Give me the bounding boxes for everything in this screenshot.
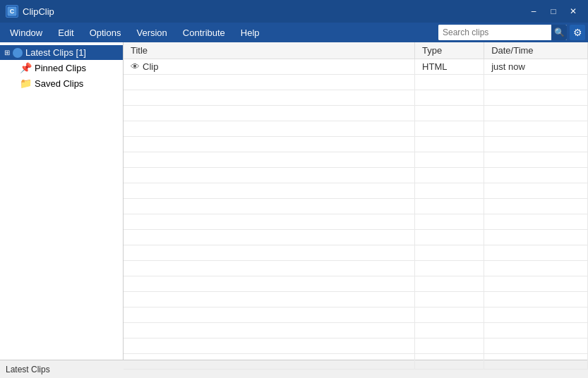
sidebar-item-saved-clips[interactable]: 📁 Saved Clips <box>0 75 123 91</box>
title-bar-controls: – □ ✕ <box>524 4 582 18</box>
table-row[interactable] <box>124 323 588 339</box>
cell-title <box>124 339 415 354</box>
table-row[interactable] <box>124 183 588 199</box>
title-bar-left: C ClipClip <box>6 5 54 18</box>
col-header-type[interactable]: Type <box>415 42 484 59</box>
settings-button[interactable]: ⚙ <box>570 25 585 40</box>
clips-table: Title Type Date/Time 👁ClipHTMLjust now <box>124 42 588 370</box>
maximize-button[interactable]: □ <box>544 4 563 18</box>
app-title: ClipClip <box>23 6 54 17</box>
menu-edit[interactable]: Edit <box>51 25 80 41</box>
title-bar: C ClipClip – □ ✕ <box>0 0 588 23</box>
table-row[interactable] <box>124 168 588 183</box>
cell-title <box>124 106 415 121</box>
table-row[interactable] <box>124 199 588 214</box>
cell-type <box>415 261 484 276</box>
table-row[interactable] <box>124 90 588 106</box>
cell-datetime <box>484 152 588 168</box>
cell-type <box>415 323 484 339</box>
col-header-datetime[interactable]: Date/Time <box>484 42 588 59</box>
cell-datetime <box>484 106 588 121</box>
latest-clips-icon <box>13 48 23 58</box>
search-input[interactable] <box>438 25 551 40</box>
table-row[interactable] <box>124 261 588 276</box>
col-header-title[interactable]: Title <box>124 42 415 59</box>
table-row[interactable] <box>124 75 588 90</box>
cell-type <box>415 152 484 168</box>
svg-text:C: C <box>10 8 15 15</box>
cell-datetime <box>484 230 588 245</box>
menu-bar-right: 🔍 ⚙ <box>438 25 585 40</box>
cell-title <box>124 276 415 292</box>
cell-title <box>124 168 415 183</box>
cell-type <box>415 339 484 354</box>
table-row[interactable]: 👁ClipHTMLjust now <box>124 59 588 75</box>
table-row[interactable] <box>124 214 588 230</box>
cell-datetime: just now <box>484 59 588 75</box>
cell-datetime <box>484 323 588 339</box>
cell-title: 👁Clip <box>124 59 415 75</box>
cell-datetime <box>484 214 588 230</box>
cell-title <box>124 307 415 323</box>
latest-clips-label: Latest Clips [1] <box>25 47 86 58</box>
cell-title <box>124 183 415 199</box>
cell-datetime <box>484 90 588 106</box>
cell-type <box>415 168 484 183</box>
cell-title <box>124 230 415 245</box>
pinned-clips-label: Pinned Clips <box>35 63 86 73</box>
cell-title <box>124 90 415 106</box>
table-row[interactable] <box>124 121 588 137</box>
menu-bar: Window Edit Options Version Contribute H… <box>0 23 588 42</box>
minimize-button[interactable]: – <box>524 4 543 18</box>
menu-window[interactable]: Window <box>3 25 49 41</box>
cell-datetime <box>484 354 588 370</box>
cell-title <box>124 292 415 307</box>
sidebar: ⊞ Latest Clips [1] 📌 Pinned Clips 📁 Save… <box>0 42 124 360</box>
menu-help[interactable]: Help <box>234 25 267 41</box>
sidebar-item-latest-clips[interactable]: ⊞ Latest Clips [1] <box>0 45 123 60</box>
table-row[interactable] <box>124 292 588 307</box>
cell-type <box>415 276 484 292</box>
menu-options[interactable]: Options <box>83 25 128 41</box>
cell-datetime <box>484 261 588 276</box>
cell-type <box>415 183 484 199</box>
cell-type <box>415 214 484 230</box>
cell-title <box>124 354 415 370</box>
sidebar-item-pinned-clips[interactable]: 📌 Pinned Clips <box>0 60 123 75</box>
close-button[interactable]: ✕ <box>564 4 582 18</box>
table-row[interactable] <box>124 230 588 245</box>
cell-datetime <box>484 292 588 307</box>
cell-datetime <box>484 245 588 261</box>
app-icon: C <box>6 5 18 18</box>
cell-type <box>415 199 484 214</box>
search-button[interactable]: 🔍 <box>551 25 567 40</box>
cell-type <box>415 307 484 323</box>
cell-title <box>124 261 415 276</box>
cell-title <box>124 323 415 339</box>
cell-title <box>124 152 415 168</box>
cell-datetime <box>484 276 588 292</box>
cell-title <box>124 214 415 230</box>
table-row[interactable] <box>124 339 588 354</box>
table-row[interactable] <box>124 152 588 168</box>
expand-icon: ⊞ <box>4 49 10 56</box>
table-row[interactable] <box>124 354 588 370</box>
search-box: 🔍 <box>438 25 567 40</box>
table-row[interactable] <box>124 137 588 152</box>
cell-type <box>415 90 484 106</box>
table-row[interactable] <box>124 307 588 323</box>
cell-type <box>415 75 484 90</box>
cell-datetime <box>484 121 588 137</box>
cell-type <box>415 121 484 137</box>
cell-type <box>415 137 484 152</box>
menu-contribute[interactable]: Contribute <box>176 25 232 41</box>
main-content: ⊞ Latest Clips [1] 📌 Pinned Clips 📁 Save… <box>0 42 588 360</box>
cell-type <box>415 230 484 245</box>
cell-title <box>124 137 415 152</box>
table-row[interactable] <box>124 276 588 292</box>
menu-version[interactable]: Version <box>129 25 174 41</box>
table-row[interactable] <box>124 245 588 261</box>
saved-clips-label: Saved Clips <box>35 78 83 89</box>
table-row[interactable] <box>124 106 588 121</box>
cell-type <box>415 245 484 261</box>
